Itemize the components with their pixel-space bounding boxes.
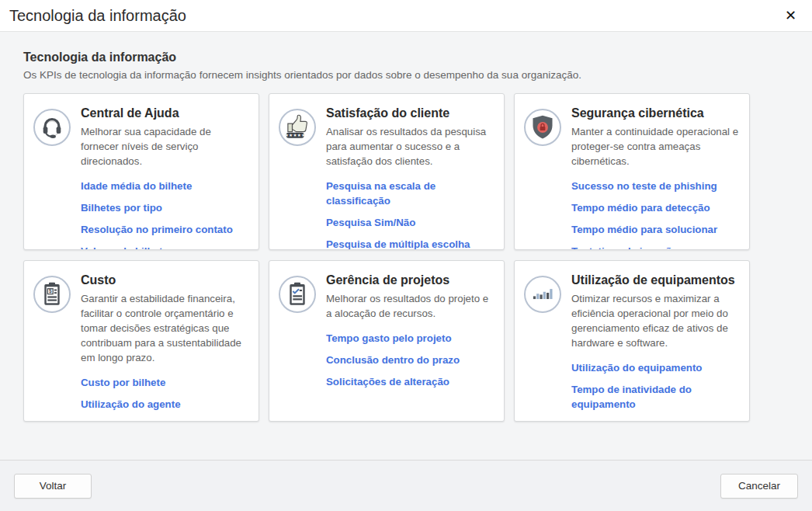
cost-clipboard-icon: $ xyxy=(33,276,71,313)
section-title: Tecnologia da informação xyxy=(23,50,789,64)
svg-text:$: $ xyxy=(49,288,52,294)
svg-text:★★★★★: ★★★★★ xyxy=(285,133,306,137)
card-title: Satisfação do cliente xyxy=(326,106,496,120)
kpi-card[interactable]: Utilização de equipamentos Otimizar recu… xyxy=(514,260,750,422)
kpi-link[interactable]: Custo por bilhete xyxy=(81,375,251,390)
kpi-card[interactable]: ★★★★★ Satisfação do cliente Analisar os … xyxy=(269,93,505,250)
bar-chart-icon xyxy=(524,276,561,313)
kpi-card[interactable]: Central de Ajuda Melhorar sua capacidade… xyxy=(23,93,259,250)
dialog-body: Tecnologia da informação Os KPIs de tecn… xyxy=(0,32,812,460)
section-subtitle: Os KPIs de tecnologia da informação forn… xyxy=(23,69,789,81)
kpi-link[interactable]: Volume de bilhetes xyxy=(81,244,251,250)
kpi-link[interactable]: Bilhetes por tipo xyxy=(81,200,251,215)
card-description: Garantir a estabilidade financeira, faci… xyxy=(81,291,251,365)
card-link-list: Custo por bilheteUtilização do agenteCus… xyxy=(81,375,251,422)
kpi-link[interactable]: Tempo médio para solucionar xyxy=(571,222,741,237)
kpi-link[interactable]: Tempo gasto pelo projeto xyxy=(326,331,496,346)
card-link-list: Utilização do equipamentoTempo de inativ… xyxy=(571,360,741,422)
thumbs-up-rating-icon: ★★★★★ xyxy=(279,109,316,146)
kpi-link[interactable]: Idade média do bilhete xyxy=(81,179,251,193)
card-description: Manter a continuidade operacional e prot… xyxy=(571,124,741,169)
card-description: Melhorar os resultados do projeto e a al… xyxy=(326,291,496,321)
card-title: Utilização de equipamentos xyxy=(571,273,741,287)
headset-icon xyxy=(33,109,71,146)
card-link-list: Tempo gasto pelo projetoConclusão dentro… xyxy=(326,331,496,389)
it-kpi-dialog: Tecnologia da informação ✕ Tecnologia da… xyxy=(0,0,812,511)
card-description: Analisar os resultados da pesquisa para … xyxy=(326,124,496,169)
project-checklist-icon xyxy=(279,276,316,313)
kpi-link[interactable]: Pesquisa de múltipla escolha xyxy=(326,237,496,250)
kpi-link[interactable]: Tempo entre falhas xyxy=(571,419,741,422)
kpi-link[interactable]: Utilização do agente xyxy=(81,397,251,412)
kpi-link[interactable]: Tempo médio para detecção xyxy=(571,200,741,215)
kpi-link[interactable]: Tentativas de invasão por semana xyxy=(571,244,741,250)
card-description: Melhorar sua capacidade de fornecer níve… xyxy=(81,124,251,169)
card-title: Segurança cibernética xyxy=(571,106,741,120)
cancel-button[interactable]: Cancelar xyxy=(720,474,798,499)
kpi-link[interactable]: Pesquisa Sim/Não xyxy=(326,215,496,230)
kpi-link[interactable]: Tempo de inatividade do equipamento xyxy=(571,382,741,412)
kpi-card-grid: Central de Ajuda Melhorar sua capacidade… xyxy=(23,93,789,422)
kpi-link[interactable]: Resolução no primeiro contato xyxy=(81,222,251,237)
card-link-list: Idade média do bilheteBilhetes por tipoR… xyxy=(81,179,251,250)
kpi-link[interactable]: Pesquisa na escala de classificação xyxy=(326,179,496,208)
close-icon[interactable]: ✕ xyxy=(782,7,800,24)
back-button[interactable]: Voltar xyxy=(14,474,92,499)
card-title: Gerência de projetos xyxy=(326,273,496,287)
card-link-list: Pesquisa na escala de classificaçãoPesqu… xyxy=(326,179,496,250)
kpi-card[interactable]: Segurança cibernética Manter a continuid… xyxy=(514,93,750,250)
card-description: Otimizar recursos e maximizar a eficiênc… xyxy=(571,291,741,350)
dialog-footer: Voltar Cancelar xyxy=(0,460,812,511)
shield-lock-icon xyxy=(524,109,561,146)
kpi-link[interactable]: Custos do Projeto xyxy=(81,419,251,422)
card-title: Custo xyxy=(81,273,251,287)
dialog-title: Tecnologia da informação xyxy=(9,7,186,25)
kpi-card[interactable]: $ Custo Garantir a estabilidade financei… xyxy=(23,260,259,422)
card-link-list: Sucesso no teste de phishingTempo médio … xyxy=(571,179,741,250)
kpi-link[interactable]: Sucesso no teste de phishing xyxy=(571,179,741,193)
card-title: Central de Ajuda xyxy=(81,106,251,120)
kpi-link[interactable]: Conclusão dentro do prazo xyxy=(326,353,496,367)
kpi-link[interactable]: Solicitações de alteração xyxy=(326,374,496,389)
kpi-card[interactable]: Gerência de projetos Melhorar os resulta… xyxy=(269,260,505,422)
kpi-link[interactable]: Utilização do equipamento xyxy=(571,360,741,375)
dialog-header: Tecnologia da informação ✕ xyxy=(0,0,812,32)
